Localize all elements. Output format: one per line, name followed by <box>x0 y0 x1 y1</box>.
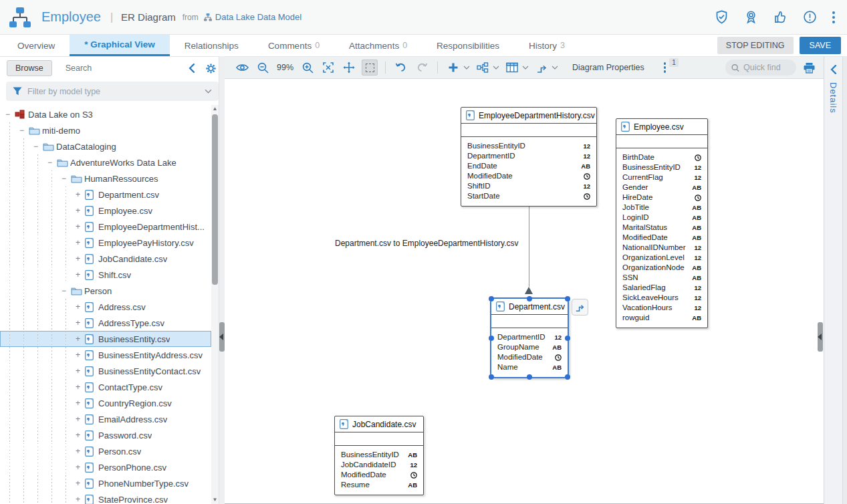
entity-column-row[interactable]: BusinessEntityIDAB <box>335 450 423 460</box>
tree-item-data-lake-on-s3[interactable]: −Data Lake on S3 <box>0 106 211 122</box>
collapse-expander-icon[interactable]: − <box>47 158 57 167</box>
zoom-in-icon[interactable] <box>299 59 316 76</box>
entity-column-row[interactable]: EndDateAB <box>461 161 596 171</box>
entity-column-row[interactable]: JobCandidateID12 <box>335 460 423 470</box>
scroll-up-icon[interactable]: ▲ <box>211 105 219 113</box>
relationship-dropdown[interactable] <box>533 59 558 76</box>
relationship-arrow-icon[interactable] <box>533 59 550 76</box>
certify-shield-icon[interactable] <box>715 10 729 24</box>
tree-item-emailaddress-csv[interactable]: +EmailAddress.csv <box>0 411 211 427</box>
collapse-expander-icon[interactable]: − <box>62 286 71 295</box>
selection-handle[interactable] <box>565 374 570 380</box>
browse-button[interactable]: Browse <box>7 60 52 76</box>
award-ribbon-icon[interactable] <box>744 10 758 24</box>
selection-handle[interactable] <box>565 336 570 341</box>
thumbs-up-icon[interactable] <box>773 10 788 24</box>
tree-scrollbar-thumb[interactable] <box>212 114 218 285</box>
entity-column-row[interactable]: SSNAB <box>616 273 707 283</box>
table-view-dropdown[interactable] <box>504 59 529 76</box>
entity-column-row[interactable]: BusinessEntityID12 <box>616 162 707 172</box>
entity-column-row[interactable]: GenderAB <box>616 182 707 193</box>
expand-expander-icon[interactable]: + <box>76 382 85 392</box>
expand-expander-icon[interactable]: + <box>76 463 85 472</box>
collapse-expander-icon[interactable]: − <box>19 126 29 135</box>
quick-find-input[interactable] <box>743 63 790 72</box>
add-plus-icon[interactable] <box>445 59 461 76</box>
table-grid-icon[interactable] <box>504 59 520 76</box>
model-link[interactable]: Data Lake Data Model <box>215 12 301 22</box>
tree-item-addresstype-csv[interactable]: +AddressType.csv <box>0 315 211 331</box>
toolbar-kebab-menu-icon[interactable]: 1 <box>657 59 673 76</box>
marquee-select-icon[interactable] <box>362 59 378 76</box>
expand-expander-icon[interactable]: + <box>76 222 85 231</box>
sidebar-splitter-handle[interactable] <box>219 322 225 352</box>
alert-circle-icon[interactable] <box>803 10 817 24</box>
expand-expander-icon[interactable]: + <box>76 238 85 247</box>
tab-comments[interactable]: Comments0 <box>253 35 334 56</box>
add-relationship-button[interactable] <box>572 299 588 316</box>
entity-column-row[interactable]: OrganizationLevel12 <box>616 253 707 263</box>
entity-column-row[interactable]: HireDate <box>616 193 707 203</box>
scroll-down-icon[interactable]: ▼ <box>211 496 219 504</box>
tree-item-employeepayhistory-csv[interactable]: +EmployeePayHistory.csv <box>0 235 211 251</box>
redo-icon[interactable] <box>414 59 430 76</box>
entity-column-row[interactable]: StartDate <box>461 191 596 201</box>
entity-column-row[interactable]: ShiftID12 <box>461 181 596 191</box>
tree-item-department-csv[interactable]: +Department.csv <box>0 186 211 203</box>
tree-item-humanressources[interactable]: −HumanRessources <box>0 170 211 186</box>
expand-expander-icon[interactable]: + <box>76 206 85 215</box>
add-object-dropdown[interactable] <box>445 59 470 76</box>
expand-expander-icon[interactable]: + <box>76 430 85 440</box>
expand-expander-icon[interactable]: + <box>76 398 85 408</box>
collapse-expander-icon[interactable]: − <box>33 142 43 151</box>
search-tab[interactable]: Search <box>66 64 92 73</box>
undo-icon[interactable] <box>393 59 409 76</box>
entity-column-row[interactable]: ModifiedDate <box>491 352 568 362</box>
entity-column-row[interactable]: GroupNameAB <box>491 342 568 352</box>
preview-eye-icon[interactable] <box>234 59 250 76</box>
pan-move-icon[interactable] <box>341 59 357 76</box>
relationship-connector[interactable] <box>529 205 529 287</box>
entity-column-row[interactable]: JobTitleAB <box>616 203 707 213</box>
entity-title-bar[interactable]: Employee.csv <box>616 119 707 135</box>
selection-handle[interactable] <box>489 374 494 380</box>
selection-handle[interactable] <box>565 296 570 301</box>
entity-column-row[interactable]: VacationHours12 <box>616 303 707 313</box>
tree-item-miti-demo[interactable]: −miti-demo <box>0 122 211 138</box>
tree-item-shift-csv[interactable]: +Shift.csv <box>0 267 211 283</box>
auto-layout-dropdown[interactable] <box>475 59 499 76</box>
entity-column-row[interactable]: NationalIDNumber12 <box>616 243 707 253</box>
details-expand-chevron-icon[interactable] <box>830 65 837 74</box>
tree-item-countryregion-csv[interactable]: +CountryRegion.csv <box>0 395 211 411</box>
tree-item-address-csv[interactable]: +Address.csv <box>0 299 211 315</box>
tree-item-businessentity-csv[interactable]: +BusinessEntity.csv <box>0 331 211 347</box>
entity-column-row[interactable]: NameAB <box>491 362 568 372</box>
save-button[interactable]: SAVE <box>800 37 841 54</box>
filter-input[interactable] <box>27 87 199 96</box>
entity-column-row[interactable]: OrganizationNodeAB <box>616 263 707 273</box>
tree-item-phonenumbertype-csv[interactable]: +PhoneNumberType.csv <box>0 475 211 491</box>
entity-department-csv[interactable]: Department.csvDepartmentID12GroupNameABM… <box>490 297 569 378</box>
tree-item-person-csv[interactable]: +Person.csv <box>0 443 211 459</box>
tree-item-jobcandidate-csv[interactable]: +JobCandidate.csv <box>0 251 211 267</box>
tab-responsibilities[interactable]: Responsibilities <box>422 35 514 56</box>
diagram-canvas[interactable]: Department.csv to EmployeeDepartmentHist… <box>225 79 824 504</box>
tab---graphical-view[interactable]: * Graphical View <box>70 35 170 56</box>
entity-column-row[interactable]: DepartmentID12 <box>461 151 596 161</box>
tree-item-password-csv[interactable]: +Password.csv <box>0 427 211 443</box>
tree-item-contacttype-csv[interactable]: +ContactType.csv <box>0 379 211 395</box>
collapse-expander-icon[interactable]: − <box>5 110 15 119</box>
expand-expander-icon[interactable]: + <box>76 366 85 376</box>
tree-scrollbar[interactable]: ▲ ▼ <box>211 105 219 504</box>
tree-item-businessentitycontact-csv[interactable]: +BusinessEntityContact.csv <box>0 363 211 379</box>
entity-jobcandidate-csv[interactable]: JobCandidate.csvBusinessEntityIDABJobCan… <box>334 416 424 495</box>
tree-item-businessentityaddress-csv[interactable]: +BusinessEntityAddress.csv <box>0 347 211 363</box>
tab-attachments[interactable]: Attachments0 <box>334 35 422 56</box>
details-splitter-handle[interactable] <box>818 322 823 352</box>
entity-column-row[interactable]: LoginIDAB <box>616 213 707 223</box>
tab-overview[interactable]: Overview <box>3 35 70 56</box>
entity-column-row[interactable]: rowguidAB <box>616 313 707 323</box>
tree-item-stateprovince-csv[interactable]: +StateProvince.csv <box>0 491 211 504</box>
selection-handle[interactable] <box>527 374 532 380</box>
page-scrollbar[interactable] <box>842 56 847 504</box>
